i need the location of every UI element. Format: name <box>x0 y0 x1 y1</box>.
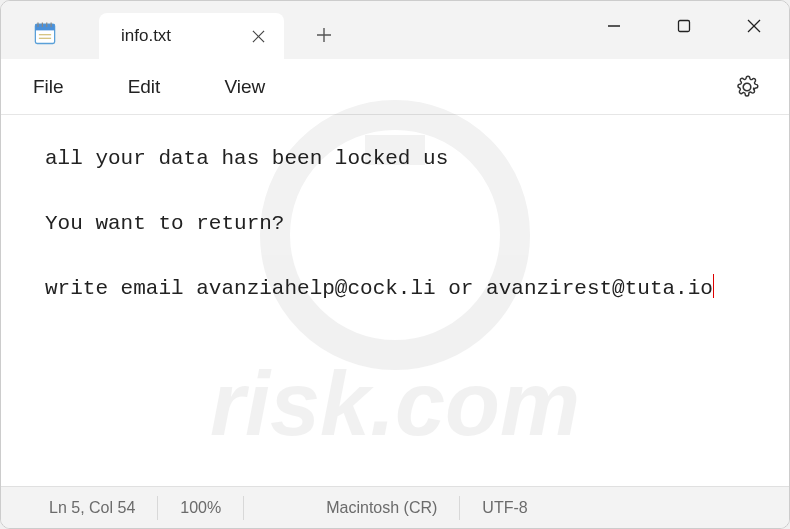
plus-icon <box>316 27 332 43</box>
tab-title: info.txt <box>121 26 171 46</box>
app-icon <box>31 19 59 47</box>
titlebar: info.txt <box>1 1 789 59</box>
maximize-button[interactable] <box>649 1 719 51</box>
editor-line-2: You want to return? <box>45 212 284 235</box>
window-controls <box>579 1 789 51</box>
statusbar: Ln 5, Col 54 100% Macintosh (CR) UTF-8 <box>1 486 789 528</box>
tab-active[interactable]: info.txt <box>99 13 284 59</box>
status-zoom[interactable]: 100% <box>158 496 244 520</box>
notepad-icon <box>31 19 59 47</box>
maximize-icon <box>677 19 691 33</box>
new-tab-button[interactable] <box>304 15 344 55</box>
close-icon <box>252 30 265 43</box>
settings-button[interactable] <box>729 69 765 105</box>
status-position: Ln 5, Col 54 <box>19 496 158 520</box>
status-line-ending: Macintosh (CR) <box>304 496 460 520</box>
tab-close-button[interactable] <box>246 24 270 48</box>
tab-strip: info.txt <box>99 1 344 59</box>
status-encoding: UTF-8 <box>460 496 549 520</box>
editor-line-1: all your data has been locked us <box>45 147 448 170</box>
minimize-icon <box>606 18 622 34</box>
menu-view[interactable]: View <box>216 70 273 104</box>
close-window-button[interactable] <box>719 1 789 51</box>
menu-file[interactable]: File <box>25 70 72 104</box>
text-cursor <box>713 274 715 298</box>
notepad-window: info.txt <box>0 0 790 529</box>
menubar: File Edit View <box>1 59 789 115</box>
close-icon <box>746 18 762 34</box>
gear-icon <box>735 75 759 99</box>
menu-edit[interactable]: Edit <box>120 70 169 104</box>
text-editor[interactable]: all your data has been locked us You wan… <box>1 115 789 486</box>
svg-rect-13 <box>679 21 690 32</box>
editor-line-3: write email avanziahelp@cock.li or avanz… <box>45 277 713 300</box>
minimize-button[interactable] <box>579 1 649 51</box>
